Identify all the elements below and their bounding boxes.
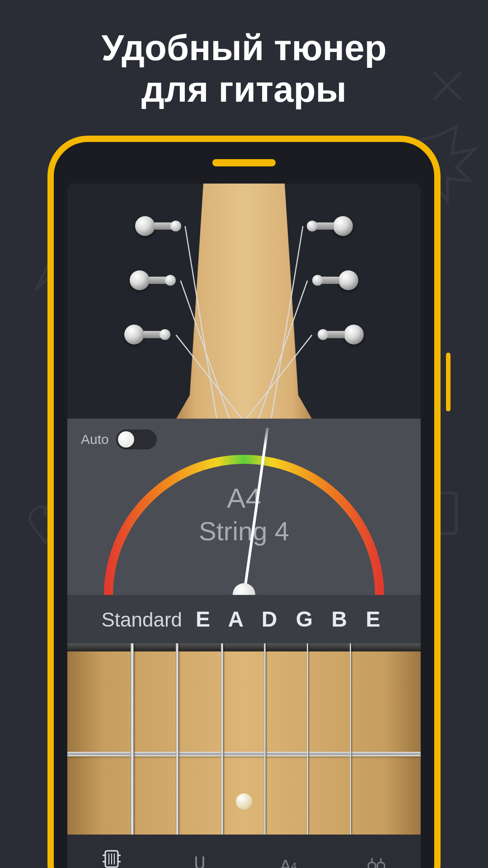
fretboard[interactable] (67, 643, 421, 835)
tuning-peg[interactable] (317, 215, 353, 237)
tuning-gauge: A4 String 4 (67, 428, 421, 595)
nav-pitch[interactable]: A4 (244, 835, 333, 868)
tuning-fork-icon (189, 855, 211, 868)
tuner-panel: Auto (67, 419, 421, 643)
string[interactable] (350, 643, 351, 835)
fret (67, 752, 421, 756)
phone-side-button (446, 353, 450, 411)
app-screen: Auto (67, 184, 421, 868)
tuner-icon (101, 848, 122, 868)
string[interactable] (307, 643, 308, 835)
guitars-icon (366, 855, 387, 868)
nav-instruments[interactable] (333, 835, 421, 868)
string[interactable] (176, 643, 178, 835)
tuning-peg[interactable] (322, 269, 358, 291)
headstock-wood (176, 184, 312, 419)
guitar-headstock-area (67, 184, 421, 419)
phone-speaker (212, 159, 276, 166)
tuning-peg[interactable] (328, 324, 364, 345)
string[interactable] (264, 643, 266, 835)
detected-note: A4 (199, 482, 289, 514)
detected-string: String 4 (199, 516, 289, 546)
bottom-nav: Tuner A4 (67, 835, 421, 868)
auto-label: Auto (81, 432, 109, 447)
string[interactable] (221, 643, 223, 835)
tuning-selector[interactable]: Standard E A D G B E (67, 595, 421, 643)
tuning-name: Standard (101, 609, 182, 631)
fret-marker-dot (236, 793, 252, 810)
pitch-icon: A4 (277, 855, 299, 868)
auto-toggle[interactable] (116, 429, 157, 449)
string[interactable] (131, 643, 134, 835)
nut (67, 643, 421, 651)
tuning-notes: E A D G B E (196, 607, 386, 632)
phone-frame: Auto (47, 136, 441, 868)
nav-tuning-fork[interactable] (156, 835, 244, 868)
tuning-peg[interactable] (124, 324, 160, 345)
tuning-peg[interactable] (130, 269, 166, 291)
tuning-peg[interactable] (135, 215, 171, 237)
nav-tuner[interactable]: Tuner (67, 835, 156, 868)
